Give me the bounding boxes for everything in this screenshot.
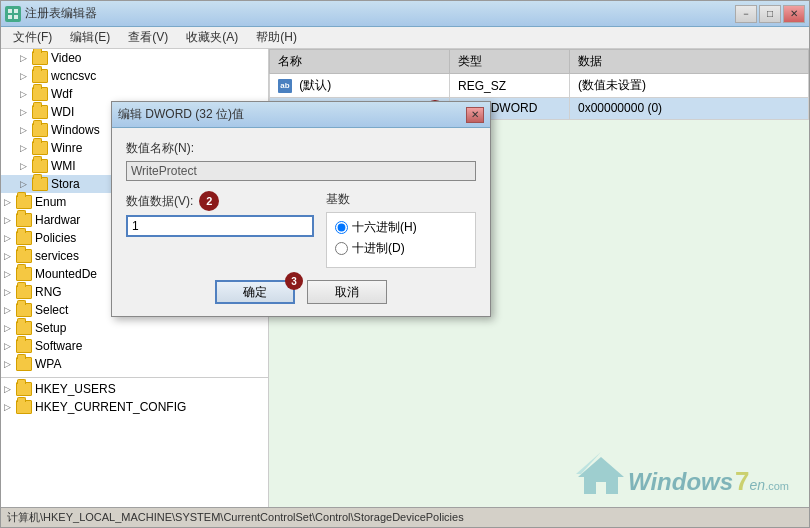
menu-view[interactable]: 查看(V): [120, 27, 176, 48]
dialog-base-section: 基数 十六进制(H) 十进制(D): [326, 191, 476, 268]
registry-row-default[interactable]: ab (默认) REG_SZ (数值未设置): [270, 74, 809, 98]
dialog-buttons: 确定 3 取消: [126, 280, 476, 304]
tree-toggle-rng[interactable]: ▷: [1, 286, 13, 298]
folder-icon-wmi: [32, 159, 48, 173]
tree-item-video[interactable]: ▷ Video: [1, 49, 268, 67]
folder-icon-wdi: [32, 105, 48, 119]
dialog-close-button[interactable]: ✕: [466, 107, 484, 123]
folder-icon-software: [16, 339, 32, 353]
dialog-ok-button[interactable]: 确定 3: [215, 280, 295, 304]
tree-item-setup[interactable]: ▷ Setup: [1, 319, 268, 337]
svg-rect-2: [8, 15, 12, 19]
window-title: 注册表编辑器: [25, 5, 735, 22]
tree-item-hkey-users[interactable]: ▷ HKEY_USERS: [1, 380, 268, 398]
tree-toggle-software[interactable]: ▷: [1, 340, 13, 352]
tree-item-software[interactable]: ▷ Software: [1, 337, 268, 355]
folder-icon-enum: [16, 195, 32, 209]
dialog-body: 数值名称(N): 数值数据(V): 2 基数: [112, 128, 490, 316]
radio-dec[interactable]: 十进制(D): [335, 240, 467, 257]
folder-icon-mountedde: [16, 267, 32, 281]
tree-toggle-select[interactable]: ▷: [1, 304, 13, 316]
radio-hex-input[interactable]: [335, 221, 348, 234]
tree-toggle-wcncsvc[interactable]: ▷: [17, 70, 29, 82]
tree-label-windows: Windows: [51, 123, 100, 137]
main-window: 注册表编辑器 － □ ✕ 文件(F) 编辑(E) 查看(V) 收藏夹(A) 帮助…: [0, 0, 810, 528]
tree-toggle-wmi[interactable]: ▷: [17, 160, 29, 172]
maximize-button[interactable]: □: [759, 5, 781, 23]
radio-dec-label: 十进制(D): [352, 240, 405, 257]
tree-label-wmi: WMI: [51, 159, 76, 173]
menu-favorites[interactable]: 收藏夹(A): [178, 27, 246, 48]
tree-toggle-winre[interactable]: ▷: [17, 142, 29, 154]
dialog-title-bar: 编辑 DWORD (32 位)值 ✕: [112, 102, 490, 128]
tree-item-wpa[interactable]: ▷ WPA: [1, 355, 268, 373]
reg-data-default: (数值未设置): [570, 74, 809, 98]
edit-dword-dialog: 编辑 DWORD (32 位)值 ✕ 数值名称(N): 数值数据(V): 2: [111, 101, 491, 317]
reg-data-writeprotect: 0x00000000 (0): [570, 98, 809, 120]
watermark-house-icon: [576, 452, 626, 497]
tree-toggle-hkey-users[interactable]: ▷: [1, 383, 13, 395]
tree-toggle-video[interactable]: ▷: [17, 52, 29, 64]
dialog-name-input[interactable]: [126, 161, 476, 181]
tree-label-enum: Enum: [35, 195, 66, 209]
close-button[interactable]: ✕: [783, 5, 805, 23]
folder-icon-hkey-users: [16, 382, 32, 396]
tree-toggle-wdf[interactable]: ▷: [17, 88, 29, 100]
dialog-name-label: 数值名称(N):: [126, 140, 476, 157]
tree-toggle-services[interactable]: ▷: [1, 250, 13, 262]
folder-icon-setup: [16, 321, 32, 335]
tree-toggle-hardwar[interactable]: ▷: [1, 214, 13, 226]
tree-toggle-setup[interactable]: ▷: [1, 322, 13, 334]
watermark: Windows 7 en .com: [576, 452, 789, 497]
radio-dec-input[interactable]: [335, 242, 348, 255]
col-header-name: 名称: [270, 50, 450, 74]
title-bar: 注册表编辑器 － □ ✕: [1, 1, 809, 27]
dialog-sections: 数值数据(V): 2 基数 十六进制(H): [126, 191, 476, 268]
tree-toggle-hkey-current-config[interactable]: ▷: [1, 401, 13, 413]
folder-icon-policies: [16, 231, 32, 245]
tree-toggle-stora[interactable]: ▷: [17, 178, 29, 190]
folder-icon-wdf: [32, 87, 48, 101]
tree-toggle-wdi[interactable]: ▷: [17, 106, 29, 118]
minimize-button[interactable]: －: [735, 5, 757, 23]
folder-icon-wpa: [16, 357, 32, 371]
radio-hex[interactable]: 十六进制(H): [335, 219, 467, 236]
tree-label-software: Software: [35, 339, 82, 353]
tree-label-policies: Policies: [35, 231, 76, 245]
tree-toggle-windows[interactable]: ▷: [17, 124, 29, 136]
folder-icon-services: [16, 249, 32, 263]
tree-label-wcncsvc: wcncsvc: [51, 69, 96, 83]
tree-toggle-mountedde[interactable]: ▷: [1, 268, 13, 280]
tree-toggle-wpa[interactable]: ▷: [1, 358, 13, 370]
radio-hex-label: 十六进制(H): [352, 219, 417, 236]
folder-icon-wcncsvc: [32, 69, 48, 83]
folder-icon-stora: [32, 177, 48, 191]
tree-item-hkey-current-config[interactable]: ▷ HKEY_CURRENT_CONFIG: [1, 398, 268, 416]
status-bar: 计算机\HKEY_LOCAL_MACHINE\SYSTEM\CurrentCon…: [1, 507, 809, 527]
tree-label-video: Video: [51, 51, 81, 65]
folder-icon-hardwar: [16, 213, 32, 227]
tree-toggle-enum[interactable]: ▷: [1, 196, 13, 208]
dialog-value-section: 数值数据(V): 2: [126, 191, 314, 268]
dialog-title: 编辑 DWORD (32 位)值: [118, 106, 466, 123]
tree-label-hkey-users: HKEY_USERS: [35, 382, 116, 396]
col-header-data: 数据: [570, 50, 809, 74]
svg-rect-3: [14, 15, 18, 19]
watermark-windows: Windows: [628, 468, 733, 496]
tree-label-stora: Stora: [51, 177, 80, 191]
dialog-value-input[interactable]: [126, 215, 314, 237]
dialog-cancel-button[interactable]: 取消: [307, 280, 387, 304]
radio-group-base: 十六进制(H) 十进制(D): [326, 212, 476, 268]
watermark-seven: 7: [735, 466, 749, 497]
tree-label-mountedde: MountedDe: [35, 267, 97, 281]
menu-file[interactable]: 文件(F): [5, 27, 60, 48]
menu-help[interactable]: 帮助(H): [248, 27, 305, 48]
dialog-base-label: 基数: [326, 191, 476, 208]
tree-item-wcncsvc[interactable]: ▷ wcncsvc: [1, 67, 268, 85]
svg-rect-1: [14, 9, 18, 13]
tree-label-setup: Setup: [35, 321, 66, 335]
tree-toggle-policies[interactable]: ▷: [1, 232, 13, 244]
menu-edit[interactable]: 编辑(E): [62, 27, 118, 48]
reg-name-default: ab (默认): [270, 74, 450, 98]
svg-rect-0: [8, 9, 12, 13]
